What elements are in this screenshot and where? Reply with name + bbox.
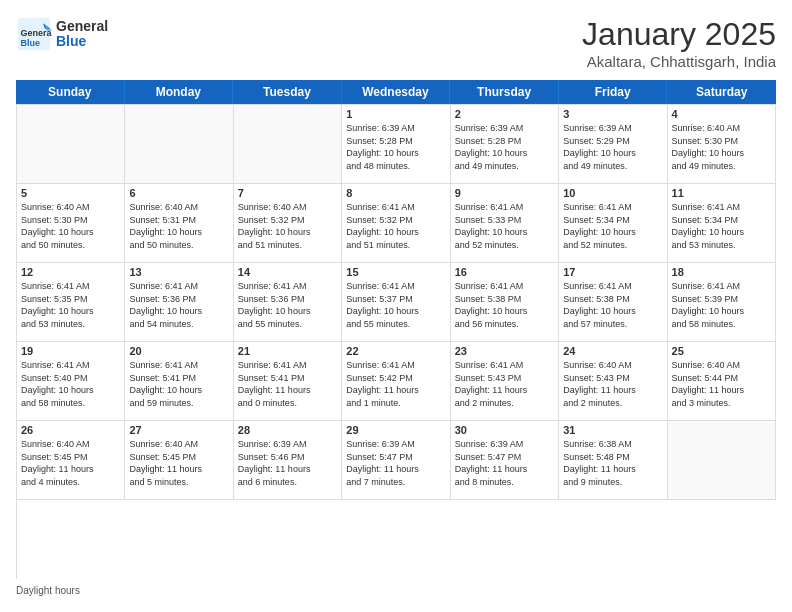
day-cell-30: 30Sunrise: 6:39 AM Sunset: 5:47 PM Dayli… — [451, 421, 559, 500]
day-header-saturday: Saturday — [667, 80, 776, 104]
day-info: Sunrise: 6:40 AM Sunset: 5:45 PM Dayligh… — [129, 438, 228, 488]
day-info: Sunrise: 6:41 AM Sunset: 5:42 PM Dayligh… — [346, 359, 445, 409]
day-cell-10: 10Sunrise: 6:41 AM Sunset: 5:34 PM Dayli… — [559, 184, 667, 263]
day-number: 1 — [346, 108, 445, 120]
day-info: Sunrise: 6:40 AM Sunset: 5:45 PM Dayligh… — [21, 438, 120, 488]
day-info: Sunrise: 6:41 AM Sunset: 5:36 PM Dayligh… — [129, 280, 228, 330]
day-cell-8: 8Sunrise: 6:41 AM Sunset: 5:32 PM Daylig… — [342, 184, 450, 263]
day-info: Sunrise: 6:40 AM Sunset: 5:30 PM Dayligh… — [21, 201, 120, 251]
day-info: Sunrise: 6:41 AM Sunset: 5:40 PM Dayligh… — [21, 359, 120, 409]
day-cell-15: 15Sunrise: 6:41 AM Sunset: 5:37 PM Dayli… — [342, 263, 450, 342]
footer: Daylight hours — [16, 585, 776, 596]
day-info: Sunrise: 6:39 AM Sunset: 5:28 PM Dayligh… — [346, 122, 445, 172]
day-number: 22 — [346, 345, 445, 357]
title-block: January 2025 Akaltara, Chhattisgarh, Ind… — [582, 16, 776, 70]
day-number: 29 — [346, 424, 445, 436]
day-cell-11: 11Sunrise: 6:41 AM Sunset: 5:34 PM Dayli… — [668, 184, 776, 263]
day-number: 7 — [238, 187, 337, 199]
day-number: 10 — [563, 187, 662, 199]
month-title: January 2025 — [582, 16, 776, 53]
day-info: Sunrise: 6:41 AM Sunset: 5:33 PM Dayligh… — [455, 201, 554, 251]
day-cell-4: 4Sunrise: 6:40 AM Sunset: 5:30 PM Daylig… — [668, 105, 776, 184]
day-cell-16: 16Sunrise: 6:41 AM Sunset: 5:38 PM Dayli… — [451, 263, 559, 342]
day-cell-9: 9Sunrise: 6:41 AM Sunset: 5:33 PM Daylig… — [451, 184, 559, 263]
day-cell-3: 3Sunrise: 6:39 AM Sunset: 5:29 PM Daylig… — [559, 105, 667, 184]
day-cell-26: 26Sunrise: 6:40 AM Sunset: 5:45 PM Dayli… — [17, 421, 125, 500]
day-number: 15 — [346, 266, 445, 278]
calendar-body: 1Sunrise: 6:39 AM Sunset: 5:28 PM Daylig… — [16, 104, 776, 579]
day-info: Sunrise: 6:41 AM Sunset: 5:36 PM Dayligh… — [238, 280, 337, 330]
day-cell-24: 24Sunrise: 6:40 AM Sunset: 5:43 PM Dayli… — [559, 342, 667, 421]
day-cell-19: 19Sunrise: 6:41 AM Sunset: 5:40 PM Dayli… — [17, 342, 125, 421]
day-number: 19 — [21, 345, 120, 357]
day-cell-25: 25Sunrise: 6:40 AM Sunset: 5:44 PM Dayli… — [668, 342, 776, 421]
day-info: Sunrise: 6:41 AM Sunset: 5:34 PM Dayligh… — [563, 201, 662, 251]
day-header-monday: Monday — [125, 80, 234, 104]
day-header-sunday: Sunday — [16, 80, 125, 104]
day-number: 2 — [455, 108, 554, 120]
day-cell-empty — [17, 105, 125, 184]
day-number: 24 — [563, 345, 662, 357]
day-cell-empty — [125, 105, 233, 184]
day-info: Sunrise: 6:40 AM Sunset: 5:30 PM Dayligh… — [672, 122, 771, 172]
logo-blue: Blue — [56, 34, 108, 49]
day-cell-27: 27Sunrise: 6:40 AM Sunset: 5:45 PM Dayli… — [125, 421, 233, 500]
day-info: Sunrise: 6:40 AM Sunset: 5:44 PM Dayligh… — [672, 359, 771, 409]
day-info: Sunrise: 6:41 AM Sunset: 5:38 PM Dayligh… — [563, 280, 662, 330]
day-cell-18: 18Sunrise: 6:41 AM Sunset: 5:39 PM Dayli… — [668, 263, 776, 342]
logo-general: General — [56, 19, 108, 34]
day-header-tuesday: Tuesday — [233, 80, 342, 104]
day-number: 14 — [238, 266, 337, 278]
day-cell-2: 2Sunrise: 6:39 AM Sunset: 5:28 PM Daylig… — [451, 105, 559, 184]
day-info: Sunrise: 6:41 AM Sunset: 5:41 PM Dayligh… — [238, 359, 337, 409]
day-cell-17: 17Sunrise: 6:41 AM Sunset: 5:38 PM Dayli… — [559, 263, 667, 342]
day-cell-31: 31Sunrise: 6:38 AM Sunset: 5:48 PM Dayli… — [559, 421, 667, 500]
day-number: 8 — [346, 187, 445, 199]
day-info: Sunrise: 6:41 AM Sunset: 5:39 PM Dayligh… — [672, 280, 771, 330]
calendar-header: Sunday Monday Tuesday Wednesday Thursday… — [16, 80, 776, 104]
day-info: Sunrise: 6:39 AM Sunset: 5:47 PM Dayligh… — [455, 438, 554, 488]
day-number: 20 — [129, 345, 228, 357]
day-cell-13: 13Sunrise: 6:41 AM Sunset: 5:36 PM Dayli… — [125, 263, 233, 342]
day-cell-23: 23Sunrise: 6:41 AM Sunset: 5:43 PM Dayli… — [451, 342, 559, 421]
logo-icon: General Blue — [16, 16, 52, 52]
location: Akaltara, Chhattisgarh, India — [582, 53, 776, 70]
day-number: 28 — [238, 424, 337, 436]
day-info: Sunrise: 6:40 AM Sunset: 5:31 PM Dayligh… — [129, 201, 228, 251]
day-cell-6: 6Sunrise: 6:40 AM Sunset: 5:31 PM Daylig… — [125, 184, 233, 263]
day-info: Sunrise: 6:39 AM Sunset: 5:28 PM Dayligh… — [455, 122, 554, 172]
day-info: Sunrise: 6:40 AM Sunset: 5:32 PM Dayligh… — [238, 201, 337, 251]
day-cell-22: 22Sunrise: 6:41 AM Sunset: 5:42 PM Dayli… — [342, 342, 450, 421]
day-number: 6 — [129, 187, 228, 199]
day-info: Sunrise: 6:41 AM Sunset: 5:41 PM Dayligh… — [129, 359, 228, 409]
day-number: 11 — [672, 187, 771, 199]
day-number: 16 — [455, 266, 554, 278]
day-number: 21 — [238, 345, 337, 357]
day-cell-empty — [668, 421, 776, 500]
day-cell-5: 5Sunrise: 6:40 AM Sunset: 5:30 PM Daylig… — [17, 184, 125, 263]
day-cell-1: 1Sunrise: 6:39 AM Sunset: 5:28 PM Daylig… — [342, 105, 450, 184]
day-number: 25 — [672, 345, 771, 357]
day-number: 4 — [672, 108, 771, 120]
day-number: 26 — [21, 424, 120, 436]
daylight-hours-label: Daylight hours — [16, 585, 80, 596]
day-header-wednesday: Wednesday — [342, 80, 451, 104]
day-cell-7: 7Sunrise: 6:40 AM Sunset: 5:32 PM Daylig… — [234, 184, 342, 263]
day-cell-20: 20Sunrise: 6:41 AM Sunset: 5:41 PM Dayli… — [125, 342, 233, 421]
day-info: Sunrise: 6:41 AM Sunset: 5:43 PM Dayligh… — [455, 359, 554, 409]
day-cell-empty — [234, 105, 342, 184]
day-info: Sunrise: 6:38 AM Sunset: 5:48 PM Dayligh… — [563, 438, 662, 488]
day-header-friday: Friday — [559, 80, 668, 104]
header: General Blue General Blue January 2025 A… — [16, 16, 776, 70]
day-cell-28: 28Sunrise: 6:39 AM Sunset: 5:46 PM Dayli… — [234, 421, 342, 500]
day-number: 31 — [563, 424, 662, 436]
day-number: 27 — [129, 424, 228, 436]
day-info: Sunrise: 6:39 AM Sunset: 5:47 PM Dayligh… — [346, 438, 445, 488]
day-number: 30 — [455, 424, 554, 436]
day-info: Sunrise: 6:41 AM Sunset: 5:32 PM Dayligh… — [346, 201, 445, 251]
day-number: 23 — [455, 345, 554, 357]
logo: General Blue General Blue — [16, 16, 108, 52]
day-info: Sunrise: 6:39 AM Sunset: 5:46 PM Dayligh… — [238, 438, 337, 488]
day-number: 9 — [455, 187, 554, 199]
day-info: Sunrise: 6:41 AM Sunset: 5:35 PM Dayligh… — [21, 280, 120, 330]
